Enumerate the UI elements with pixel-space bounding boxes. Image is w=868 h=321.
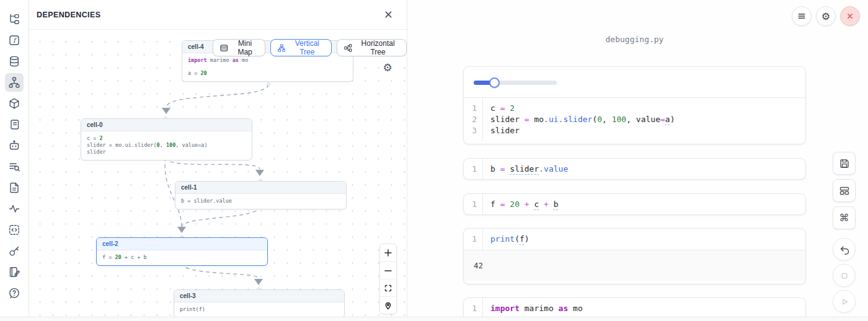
- graph-view-toolbar: Mini Map Vertical Tree Horizontal Tree: [213, 39, 407, 56]
- code-editor[interactable]: 123 c = 2slider = mo.ui.slider(0, 100, v…: [464, 97, 805, 141]
- minimap-icon: [220, 43, 228, 53]
- graph-zoom-controls: [379, 244, 397, 314]
- function-square-icon[interactable]: f: [5, 31, 24, 50]
- graph-node-code: print(f): [174, 302, 344, 317]
- slider-thumb[interactable]: [489, 77, 500, 88]
- graph-node-title: cell-0: [81, 119, 252, 131]
- graph-node-code: c = 2slider = mo.ui.slider(0, 100, value…: [81, 131, 252, 160]
- dependency-graph-icon[interactable]: [5, 73, 24, 92]
- menu-icon[interactable]: [792, 6, 812, 26]
- save-icon[interactable]: [833, 152, 856, 175]
- zoom-out-button[interactable]: [380, 262, 396, 279]
- cell-output-widget: [464, 67, 805, 97]
- dependencies-panel: DEPENDENCIES: [29, 0, 407, 321]
- graph-node-code: b = slider.value: [175, 194, 346, 209]
- graph-node-code: import marimo as moa = 20: [182, 53, 353, 81]
- document-icon[interactable]: [5, 178, 24, 197]
- line-numbers: 1: [464, 194, 483, 215]
- minimap-label: Mini Map: [232, 39, 258, 56]
- gear-icon[interactable]: ⚙: [816, 6, 836, 26]
- marimo-app: f DEPENDENCIES: [0, 0, 868, 321]
- notebook-action-buttons: ⌘: [833, 152, 856, 316]
- line-numbers: 123: [464, 98, 483, 141]
- vertical-tree-icon: [278, 43, 286, 53]
- chat-bot-icon[interactable]: [5, 136, 24, 155]
- undo-icon[interactable]: [833, 238, 856, 261]
- close-panel-button[interactable]: [383, 9, 394, 20]
- scratchpad-icon[interactable]: [5, 263, 24, 281]
- notebook-top-buttons: ⚙: [792, 6, 860, 26]
- horizontal-tree-label: Horizontal Tree: [356, 39, 399, 56]
- code-lines: b = slider.value: [483, 159, 805, 180]
- notebook-panel: ⚙ debugging.py 123 c = 2slider = mo.ui.s…: [408, 0, 868, 321]
- file-tree-icon[interactable]: [5, 10, 24, 29]
- shutdown-close-icon[interactable]: [840, 6, 860, 26]
- notebook-filename: debugging.py: [463, 35, 806, 44]
- notebook-cell[interactable]: 1 b = slider.value: [463, 158, 806, 180]
- activity-icon[interactable]: [5, 200, 24, 218]
- script-icon[interactable]: [5, 115, 24, 134]
- graph-settings-gear-icon[interactable]: ⚙: [379, 60, 396, 76]
- horizontal-tree-button[interactable]: Horizontal Tree: [337, 39, 407, 56]
- dependency-graph-canvas[interactable]: cell-4 import marimo as moa = 20 cell-0 …: [29, 30, 407, 317]
- dependencies-header: DEPENDENCIES: [29, 0, 407, 30]
- code-editor[interactable]: 1 print(f): [464, 229, 805, 250]
- notebook-cell[interactable]: 1 print(f) 42: [463, 228, 806, 284]
- layout-icon[interactable]: [833, 179, 856, 202]
- snippets-icon[interactable]: [5, 221, 24, 239]
- notebook-cell[interactable]: 123 c = 2slider = mo.ui.slider(0, 100, v…: [463, 66, 806, 144]
- stop-icon[interactable]: [833, 264, 856, 287]
- database-icon[interactable]: [5, 52, 24, 71]
- graph-node-code: f = 20 + c + b: [97, 250, 267, 265]
- graph-node[interactable]: cell-2 f = 20 + c + b: [96, 237, 268, 266]
- cell-output: 42: [464, 250, 805, 281]
- lock-position-button[interactable]: [380, 296, 396, 314]
- graph-node[interactable]: cell-0 c = 2slider = mo.ui.slider(0, 100…: [81, 118, 252, 160]
- bottom-status-bar: [0, 317, 868, 321]
- graph-node-title: cell-2: [97, 238, 267, 250]
- horizontal-tree-icon: [344, 43, 352, 53]
- line-numbers: 1: [464, 159, 483, 180]
- icon-rail: f: [0, 0, 29, 321]
- svg-text:f: f: [13, 37, 17, 44]
- command-icon[interactable]: ⌘: [833, 206, 856, 229]
- minimap-button[interactable]: Mini Map: [213, 39, 265, 56]
- graph-node[interactable]: cell-1 b = slider.value: [175, 181, 347, 209]
- vertical-tree-button[interactable]: Vertical Tree: [270, 39, 332, 56]
- zoom-in-button[interactable]: [380, 244, 396, 262]
- log-search-icon[interactable]: [5, 157, 24, 176]
- vertical-tree-label: Vertical Tree: [290, 39, 324, 56]
- line-numbers: 1: [464, 229, 483, 250]
- code-lines: print(f): [483, 229, 805, 250]
- code-editor[interactable]: 1 f = 20 + c + b: [464, 194, 805, 215]
- fit-view-button[interactable]: [380, 279, 396, 296]
- code-lines: f = 20 + c + b: [483, 194, 805, 215]
- help-icon[interactable]: [5, 284, 24, 302]
- graph-node[interactable]: cell-3 print(f): [174, 289, 345, 317]
- code-lines: c = 2slider = mo.ui.slider(0, 100, value…: [483, 98, 805, 141]
- panel-title: DEPENDENCIES: [37, 11, 100, 19]
- package-icon[interactable]: [5, 94, 24, 113]
- run-icon[interactable]: [833, 290, 856, 313]
- code-editor[interactable]: 1 b = slider.value: [464, 159, 805, 180]
- graph-node-title: cell-1: [175, 182, 346, 194]
- notebook-cell[interactable]: 1 f = 20 + c + b: [463, 193, 806, 215]
- slider-widget[interactable]: [474, 77, 557, 88]
- key-icon[interactable]: [5, 242, 24, 260]
- graph-node-title: cell-3: [174, 290, 344, 302]
